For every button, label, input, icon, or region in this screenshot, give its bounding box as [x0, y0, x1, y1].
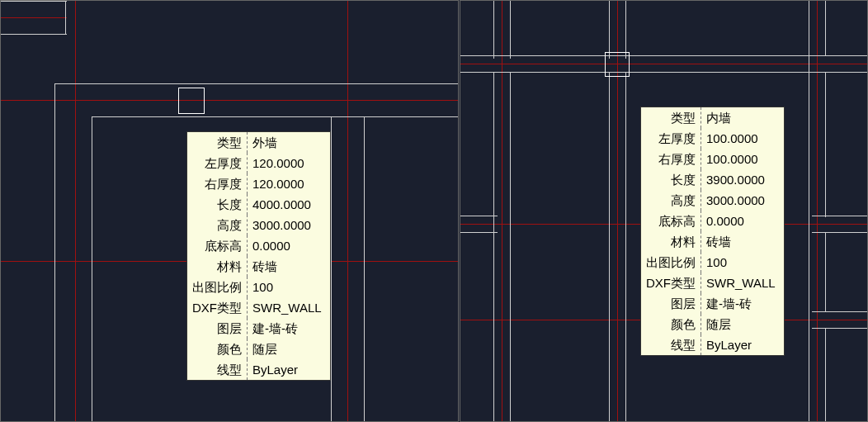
property-label: 类型 — [641, 107, 701, 128]
property-label: 图层 — [641, 293, 701, 314]
property-label: 类型 — [187, 132, 248, 153]
gridline-v — [502, 1, 502, 421]
property-value: 100 — [701, 252, 784, 273]
gridline-v — [75, 1, 76, 421]
property-label: 左厚度 — [187, 153, 248, 173]
property-label: 线型 — [187, 359, 248, 380]
wall-line — [364, 116, 365, 422]
property-value: 3900.0000 — [701, 169, 784, 190]
wall-line — [609, 1, 610, 59]
wall-line — [625, 72, 626, 422]
property-row: DXF类型SWR_WALL — [187, 297, 330, 318]
property-value: 0.0000 — [701, 211, 784, 231]
wall-line — [809, 1, 809, 422]
wall-line — [625, 1, 626, 59]
property-label: 底标高 — [641, 211, 701, 231]
wall-line — [65, 1, 66, 34]
property-value: 100.0000 — [701, 128, 784, 149]
property-label: 左厚度 — [641, 128, 701, 149]
property-value: SWR_WALL — [248, 297, 330, 318]
property-row: 出图比例100 — [187, 277, 330, 297]
property-label: 图层 — [187, 318, 248, 339]
property-value: 建-墙-砖 — [248, 318, 330, 339]
property-value: 3000.0000 — [701, 190, 784, 211]
property-row: 高度3000.0000 — [187, 215, 330, 235]
property-label: 材料 — [641, 231, 701, 252]
property-value: 0.0000 — [248, 235, 330, 256]
property-row: 线型ByLayer — [187, 359, 330, 380]
gridline-h — [460, 64, 867, 64]
property-row: 右厚度100.0000 — [641, 149, 784, 169]
property-label: 底标高 — [187, 235, 248, 256]
property-value: ByLayer — [701, 334, 784, 355]
property-table: 类型内墙左厚度100.0000右厚度100.0000长度3900.0000高度3… — [641, 107, 784, 355]
property-label: 出图比例 — [641, 252, 701, 273]
wall-line — [825, 1, 826, 55]
property-row: 图层建-墙-砖 — [641, 293, 784, 314]
property-label: DXF类型 — [641, 273, 701, 293]
property-value: 内墙 — [701, 107, 784, 128]
property-value: 3000.0000 — [248, 215, 330, 235]
wall-line — [812, 328, 868, 329]
wall-line — [825, 72, 826, 217]
wall-line — [331, 116, 332, 422]
cad-viewport-left[interactable]: 类型外墙左厚度120.0000右厚度120.0000长度4000.0000高度3… — [0, 0, 459, 422]
property-row: 线型ByLayer — [641, 334, 784, 355]
property-row: 长度3900.0000 — [641, 169, 784, 190]
property-row: 图层建-墙-砖 — [187, 318, 330, 339]
property-row: 颜色随层 — [187, 339, 330, 359]
wall-line — [609, 72, 610, 422]
wall-line — [825, 328, 826, 422]
gridline-h — [1, 17, 67, 18]
wall-line — [812, 232, 868, 233]
wall-line — [92, 116, 92, 422]
property-row: 类型外墙 — [187, 132, 330, 153]
property-value: 外墙 — [248, 132, 330, 153]
property-label: 线型 — [641, 334, 701, 355]
selection-pickbox[interactable] — [605, 52, 630, 77]
property-value: ByLayer — [248, 359, 330, 380]
wall-line — [460, 232, 498, 233]
property-label: 右厚度 — [641, 149, 701, 169]
property-row: 颜色随层 — [641, 314, 784, 334]
property-value: 随层 — [248, 339, 330, 359]
property-row: 高度3000.0000 — [641, 190, 784, 211]
property-value: 随层 — [701, 314, 784, 334]
property-label: 出图比例 — [187, 277, 248, 297]
property-value: SWR_WALL — [701, 273, 784, 293]
property-tooltip: 类型内墙左厚度100.0000右厚度100.0000长度3900.0000高度3… — [640, 107, 785, 356]
wall-line — [825, 232, 826, 311]
wall-line — [92, 116, 459, 117]
property-label: 颜色 — [187, 339, 248, 359]
gridline-h — [1, 100, 458, 101]
gridline-v — [817, 1, 818, 421]
selection-pickbox[interactable] — [178, 88, 205, 114]
wall-line — [812, 216, 868, 216]
property-label: 右厚度 — [187, 173, 248, 194]
wall-line — [493, 72, 494, 422]
property-value: 砖墙 — [701, 231, 784, 252]
wall-line — [460, 55, 868, 56]
property-label: DXF类型 — [187, 297, 248, 318]
property-label: 颜色 — [641, 314, 701, 334]
wall-line — [812, 311, 868, 312]
wall-line — [54, 83, 459, 84]
property-value: 建-墙-砖 — [701, 293, 784, 314]
wall-line — [460, 72, 868, 73]
wall-line — [1, 1, 67, 2]
property-value: 4000.0000 — [248, 194, 330, 215]
cad-viewport-right[interactable]: 类型内墙左厚度100.0000右厚度100.0000长度3900.0000高度3… — [460, 0, 868, 422]
property-row: 类型内墙 — [641, 107, 784, 128]
property-row: 长度4000.0000 — [187, 194, 330, 215]
property-label: 长度 — [641, 169, 701, 190]
wall-line — [54, 83, 55, 422]
property-row: 出图比例100 — [641, 252, 784, 273]
property-table: 类型外墙左厚度120.0000右厚度120.0000长度4000.0000高度3… — [187, 132, 330, 380]
wall-line — [510, 72, 511, 422]
property-row: 材料砖墙 — [187, 256, 330, 277]
property-label: 高度 — [641, 190, 701, 211]
property-label: 长度 — [187, 194, 248, 215]
property-value: 120.0000 — [248, 153, 330, 173]
property-row: 底标高0.0000 — [641, 211, 784, 231]
gridline-v — [347, 1, 348, 421]
